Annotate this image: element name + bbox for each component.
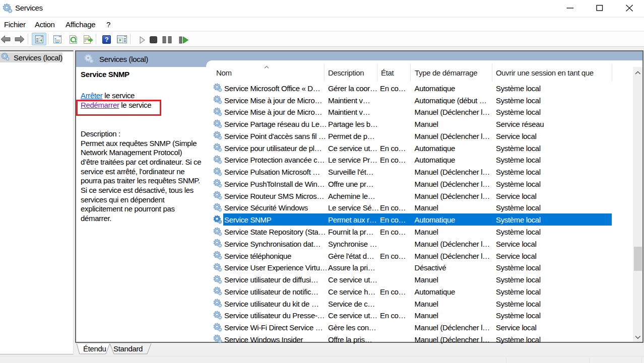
svg-text:?: ?: [105, 36, 109, 43]
